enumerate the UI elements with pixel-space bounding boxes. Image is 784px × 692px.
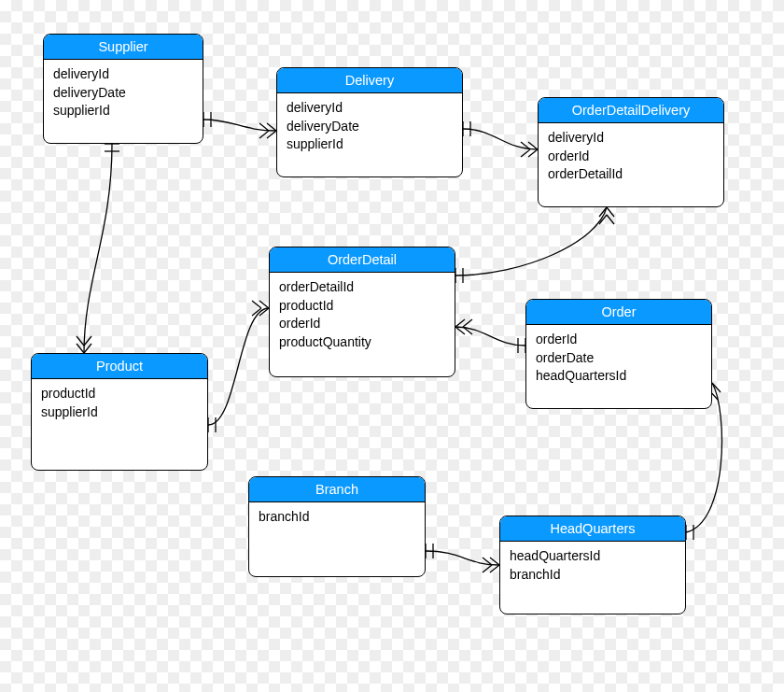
attr: orderDetailId xyxy=(279,278,445,297)
entity-order-detail-delivery[interactable]: OrderDetailDelivery deliveryId orderId o… xyxy=(538,97,724,207)
entity-title: HeadQuarters xyxy=(500,516,685,542)
entity-attrs: productId supplierId xyxy=(32,379,207,431)
entity-product[interactable]: Product productId supplierId xyxy=(31,353,208,471)
entity-title: Branch xyxy=(249,477,425,502)
attr: supplierId xyxy=(287,135,453,154)
entity-title: Supplier xyxy=(44,35,203,60)
entity-attrs: branchId xyxy=(249,502,425,536)
entity-headquarters[interactable]: HeadQuarters headQuartersId branchId xyxy=(499,515,686,614)
entity-title: OrderDetailDelivery xyxy=(539,98,723,123)
entity-title: Order xyxy=(526,300,711,325)
attr: supplierId xyxy=(41,403,198,422)
entity-attrs: orderDetailId productId orderId productQ… xyxy=(270,273,455,360)
entity-delivery[interactable]: Delivery deliveryId deliveryDate supplie… xyxy=(276,67,463,177)
attr: branchId xyxy=(259,508,415,527)
attr: productId xyxy=(279,297,445,316)
entity-title: OrderDetail xyxy=(270,247,455,273)
entity-attrs: deliveryId deliveryDate supplierId xyxy=(277,93,462,163)
attr: orderId xyxy=(536,331,702,349)
er-diagram-canvas: Supplier deliveryId deliveryDate supplie… xyxy=(0,0,784,692)
entity-attrs: headQuartersId branchId xyxy=(500,542,685,593)
entity-order[interactable]: Order orderId orderDate headQuartersId xyxy=(525,299,712,409)
attr: deliveryDate xyxy=(53,84,193,103)
attr: orderDate xyxy=(536,349,702,368)
entity-attrs: orderId orderDate headQuartersId xyxy=(526,325,711,395)
attr: deliveryDate xyxy=(287,118,453,136)
attr: deliveryId xyxy=(53,65,193,84)
attr: productQuantity xyxy=(279,333,445,352)
entity-order-detail[interactable]: OrderDetail orderDetailId productId orde… xyxy=(269,247,455,377)
entity-title: Delivery xyxy=(277,68,462,93)
attr: orderDetailId xyxy=(548,165,714,184)
attr: deliveryId xyxy=(287,99,453,118)
attr: headQuartersId xyxy=(536,367,702,386)
entity-title: Product xyxy=(32,354,207,379)
attr: orderId xyxy=(279,315,445,333)
attr: deliveryId xyxy=(548,129,714,148)
entity-supplier[interactable]: Supplier deliveryId deliveryDate supplie… xyxy=(43,34,203,144)
entity-branch[interactable]: Branch branchId xyxy=(248,476,426,577)
attr: orderId xyxy=(548,148,714,166)
attr: branchId xyxy=(510,566,676,585)
attr: productId xyxy=(41,385,198,403)
entity-attrs: deliveryId orderId orderDetailId xyxy=(539,123,723,193)
entity-attrs: deliveryId deliveryDate supplierId xyxy=(44,60,203,130)
attr: supplierId xyxy=(53,102,193,120)
attr: headQuartersId xyxy=(510,547,676,566)
